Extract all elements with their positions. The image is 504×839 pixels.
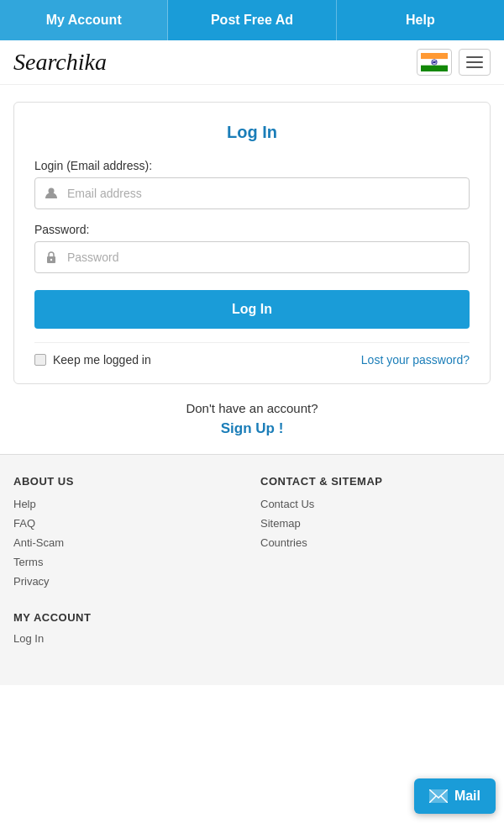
user-icon — [35, 187, 67, 200]
password-label: Password: — [34, 223, 470, 236]
keep-logged-checkbox[interactable] — [34, 354, 46, 366]
mail-button-label: Mail — [454, 789, 480, 804]
footer-link-help[interactable]: Help — [13, 498, 244, 510]
logo-text: Searchika — [13, 49, 107, 75]
svg-rect-2 — [421, 66, 448, 71]
nav-help-label: Help — [406, 13, 435, 28]
email-input-wrapper — [34, 177, 470, 209]
footer-link-faq[interactable]: FAQ — [13, 517, 244, 530]
footer-col-contact: CONTACT & SITEMAP Contact Us Sitemap Cou… — [260, 475, 491, 594]
email-input[interactable] — [67, 178, 469, 208]
nav-post-free-ad[interactable]: Post Free Ad — [168, 0, 336, 40]
top-nav: My Account Post Free Ad Help — [0, 0, 504, 40]
footer-columns: ABOUT US Help FAQ Anti-Scam Terms Privac… — [13, 475, 491, 594]
login-card: Log In Login (Email address): Password: … — [13, 102, 491, 384]
email-label: Login (Email address): — [34, 159, 470, 172]
lost-password-link[interactable]: Lost your password? — [361, 353, 470, 367]
my-account-heading: MY ACCOUNT — [13, 611, 491, 624]
footer-col-about: ABOUT US Help FAQ Anti-Scam Terms Privac… — [13, 475, 244, 594]
password-input[interactable] — [67, 242, 469, 272]
lock-icon — [35, 251, 67, 264]
mail-icon — [429, 789, 448, 803]
keep-logged-wrapper: Keep me logged in — [34, 353, 151, 367]
nav-my-account-label: My Account — [46, 13, 122, 28]
about-us-heading: ABOUT US — [13, 475, 244, 488]
nav-help[interactable]: Help — [337, 0, 504, 40]
footer-link-sitemap[interactable]: Sitemap — [260, 517, 491, 530]
signup-section: Don't have an account? Sign Up ! — [0, 401, 504, 437]
svg-rect-0 — [421, 53, 448, 59]
nav-my-account[interactable]: My Account — [0, 0, 168, 40]
hamburger-line-1 — [466, 56, 483, 58]
hamburger-line-3 — [466, 66, 483, 68]
india-flag-icon — [421, 53, 448, 71]
menu-button[interactable] — [459, 49, 491, 76]
header-actions — [417, 49, 491, 76]
footer-link-terms[interactable]: Terms — [13, 556, 244, 568]
footer-link-login[interactable]: Log In — [13, 632, 491, 645]
login-button[interactable]: Log In — [34, 290, 470, 329]
svg-point-14 — [50, 259, 52, 261]
footer-link-anti-scam[interactable]: Anti-Scam — [13, 536, 244, 549]
flag-button[interactable] — [417, 49, 452, 76]
logo[interactable]: Searchika — [13, 49, 107, 76]
password-input-wrapper — [34, 241, 470, 273]
login-footer: Keep me logged in Lost your password? — [34, 342, 470, 367]
mail-button[interactable]: Mail — [414, 778, 496, 814]
login-button-label: Log In — [232, 302, 272, 316]
header: Searchika — [0, 40, 504, 85]
nav-post-free-ad-label: Post Free Ad — [211, 13, 293, 28]
footer-link-countries[interactable]: Countries — [260, 536, 491, 549]
hamburger-line-2 — [466, 61, 483, 63]
footer-link-contact-us[interactable]: Contact Us — [260, 498, 491, 510]
keep-logged-label: Keep me logged in — [53, 353, 151, 367]
login-title: Log In — [34, 123, 470, 142]
footer: ABOUT US Help FAQ Anti-Scam Terms Privac… — [0, 454, 504, 685]
footer-my-account: MY ACCOUNT Log In — [13, 611, 491, 645]
signup-text: Don't have an account? — [13, 401, 491, 415]
footer-link-privacy[interactable]: Privacy — [13, 575, 244, 588]
contact-sitemap-heading: CONTACT & SITEMAP — [260, 475, 491, 488]
signup-link[interactable]: Sign Up ! — [221, 420, 284, 436]
